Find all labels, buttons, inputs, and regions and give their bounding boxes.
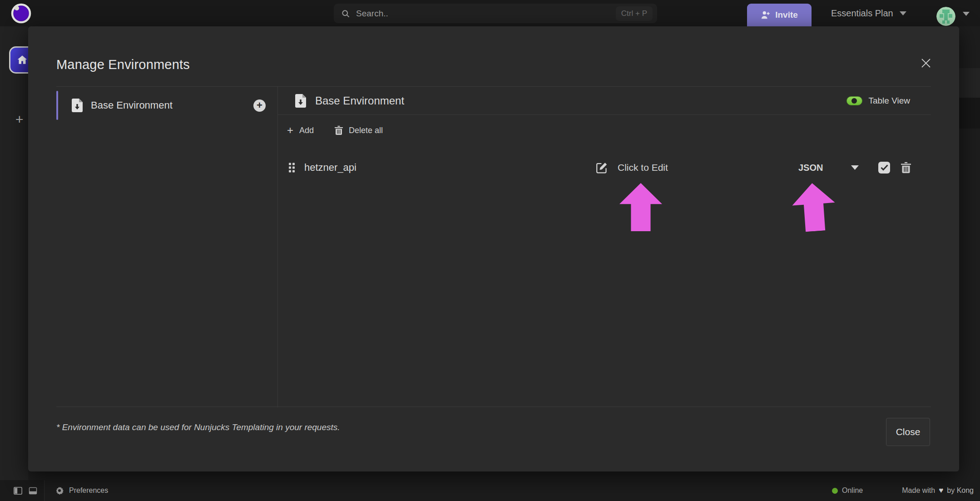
add-workspace-button[interactable]: +	[15, 113, 24, 126]
add-sub-environment-button[interactable]: +	[253, 99, 266, 112]
manage-environments-modal: Manage Environments	[28, 26, 959, 471]
row-type-select[interactable]: JSON	[798, 163, 823, 173]
chevron-down-icon	[900, 11, 906, 15]
search-placeholder: Search..	[356, 9, 616, 19]
file-icon	[295, 94, 306, 108]
file-icon	[72, 99, 83, 112]
environment-row: hetzner_api Click to Edit JSON	[278, 155, 931, 180]
row-value-placeholder[interactable]: Click to Edit	[618, 162, 668, 173]
table-view-label: Table View	[868, 96, 910, 106]
plus-icon: +	[287, 125, 293, 136]
invite-label: Invite	[775, 10, 798, 20]
plan-label: Essentials Plan	[831, 8, 893, 19]
account-chevron-down-icon[interactable]	[963, 12, 970, 16]
heart-icon: ♥	[939, 486, 943, 495]
workspace-rail: +	[0, 26, 28, 480]
active-environment-indicator	[56, 91, 58, 120]
annotation-arrow-json	[791, 183, 836, 231]
search-shortcut-badge: Ctrl + P	[616, 6, 653, 21]
edit-value-icon[interactable]	[596, 162, 608, 174]
add-row-button[interactable]: + Add	[287, 125, 314, 136]
environment-list-item-base[interactable]: Base Environment +	[56, 88, 277, 123]
app-logo[interactable]	[11, 3, 31, 24]
background-band	[959, 98, 980, 129]
modal-title: Manage Environments	[56, 57, 190, 72]
online-status[interactable]: Online	[832, 486, 863, 495]
modal-close-footer-button[interactable]: Close	[886, 418, 930, 446]
invite-button[interactable]: Invite	[747, 4, 812, 26]
preferences-label: Preferences	[69, 486, 108, 495]
toggle-on-icon	[846, 96, 862, 105]
made-by-credit: Made with ♥ by Kong	[902, 486, 974, 495]
delete-all-button[interactable]: Delete all	[335, 126, 383, 135]
environment-list: Base Environment +	[56, 87, 277, 407]
templating-footnote: * Environment data can be used for Nunju…	[56, 422, 340, 432]
row-delete-icon[interactable]	[901, 162, 911, 174]
selected-environment-title: Base Environment	[315, 94, 846, 107]
online-dot-icon	[832, 488, 838, 494]
statusbar-right: Online Made with ♥ by Kong	[832, 486, 980, 495]
background-band	[959, 68, 980, 98]
topbar: Search.. Ctrl + P Invite Essentials Plan	[0, 0, 980, 26]
gear-icon	[55, 486, 64, 495]
environment-name: Base Environment	[91, 99, 253, 111]
modal-content: Base Environment + Base Environment	[56, 86, 931, 407]
delete-all-label: Delete all	[349, 126, 383, 135]
app-root: + Search.. Ctrl + P	[0, 0, 980, 501]
statusbar-layout-controls	[0, 480, 45, 501]
preferences-button[interactable]: Preferences	[55, 486, 108, 495]
statusbar: Preferences Online Made with ♥ by Kong	[0, 480, 980, 501]
close-icon	[921, 58, 931, 69]
search-input[interactable]: Search.. Ctrl + P	[334, 4, 657, 23]
add-row-label: Add	[299, 126, 314, 135]
online-label: Online	[842, 486, 863, 495]
plan-dropdown[interactable]: Essentials Plan	[831, 0, 906, 26]
background-app-strip	[959, 26, 980, 480]
home-icon	[16, 54, 28, 66]
annotation-arrow-edit	[619, 183, 663, 231]
search-icon	[341, 9, 350, 18]
trash-icon	[335, 126, 343, 135]
modal-close-button[interactable]	[919, 56, 933, 70]
table-view-toggle[interactable]: Table View	[846, 96, 910, 106]
toggle-sidebar-icon[interactable]	[14, 487, 22, 495]
drag-handle-icon[interactable]	[289, 163, 295, 173]
row-enabled-checkbox[interactable]	[878, 162, 890, 174]
environment-editor-pane: Base Environment Table View + Add	[278, 87, 931, 407]
type-chevron-down-icon[interactable]	[851, 165, 859, 170]
invite-user-icon	[761, 10, 771, 20]
avatar[interactable]	[936, 7, 955, 26]
row-key-field[interactable]: hetzner_api	[304, 162, 356, 174]
credit-prefix: Made with	[902, 486, 935, 495]
pane-header: Base Environment Table View	[278, 87, 931, 115]
credit-suffix: by Kong	[947, 486, 974, 495]
toggle-bottom-panel-icon[interactable]	[29, 487, 37, 495]
pane-toolbar: + Add Delete all	[287, 125, 383, 136]
